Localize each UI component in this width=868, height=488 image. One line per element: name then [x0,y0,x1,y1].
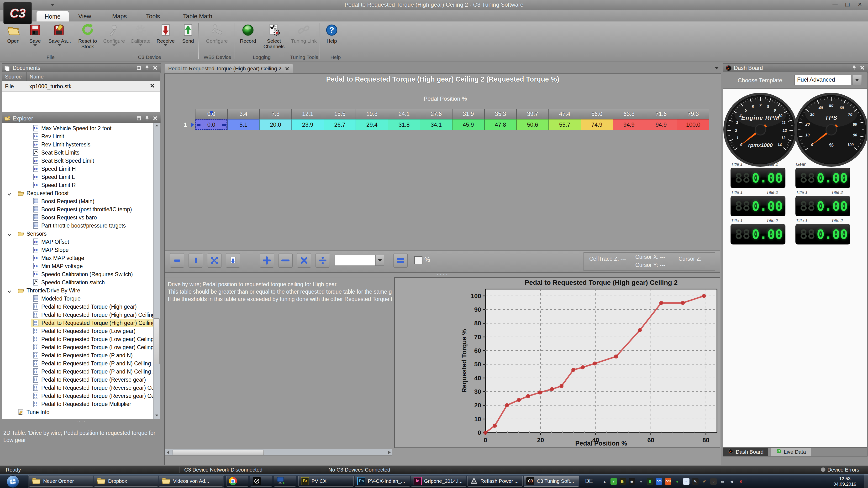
tray-notes-icon[interactable]: ≡ [683,478,689,485]
tray-plant-icon[interactable]: ♣ [674,478,680,485]
fill-down-button[interactable] [226,253,240,268]
document-splitter[interactable]: ···· [165,272,721,277]
tree-item[interactable]: Pedal to Requested Torque Multiplier [2,400,153,408]
window-close-button[interactable]: ✕ [854,1,866,8]
table-cell[interactable]: 100.0 [677,119,709,130]
menu-tab-tools[interactable]: Tools [138,11,168,22]
status-device-errors[interactable]: Device Errors -- [821,467,864,473]
tree-item[interactable]: 1:0Max Vehicle Speed for 2 foot [2,124,153,132]
window-minimize-button[interactable]: — [829,1,841,8]
tree-item[interactable]: Throttle/Drive By Wire [2,287,153,295]
tray-snip-icon[interactable]: ◌ [710,478,717,485]
tree-item[interactable]: Pedal to Requested Torque (P and N) Ceil… [2,367,153,376]
tray-brush-icon[interactable]: ✐ [701,478,708,485]
column-header[interactable]: 79.3 [677,109,709,119]
dashboard-panel-header[interactable]: Dash Board [723,63,868,72]
tab-list-chevron-icon[interactable] [715,67,719,69]
tray-update-ok-icon[interactable]: ✔ [611,478,617,485]
save-button[interactable]: Save [25,23,45,54]
dashboard-tab-live-data[interactable]: Live Data [771,448,811,456]
taskbar-window-affinity[interactable] [250,476,272,487]
open-button[interactable]: Open [2,23,24,54]
record-button[interactable]: Record [237,23,259,54]
menu-tab-table-math[interactable]: Table Math [175,11,220,22]
table-cell[interactable]: 47.8 [485,119,517,130]
tree-expander-icon[interactable] [7,232,11,238]
table-cell[interactable]: 26.7 [324,119,356,130]
table-cell[interactable]: 55.7 [549,119,581,130]
column-header[interactable]: 31.9 [452,109,485,119]
show-desktop-button[interactable] [864,475,868,488]
taskbar-window-reflash-power-[interactable]: Reflash Power ... [467,476,523,487]
subtract-button[interactable] [278,253,292,268]
tree-item[interactable]: Sensors [2,230,153,238]
table-cell[interactable]: 23.9 [292,119,324,130]
column-header[interactable]: 7.8 [259,109,292,119]
documents-row[interactable]: Filexp1000_turbo.stk [2,82,160,92]
column-header[interactable]: 71.6 [645,109,677,119]
tree-item[interactable]: Tune Info [2,408,153,416]
explorer-restore-icon[interactable] [135,116,143,121]
template-select-arrow[interactable] [852,75,862,85]
column-header[interactable]: 27.6 [420,109,452,119]
taskbar-window-neuer-ordner[interactable]: Neuer Ordner [29,476,93,487]
tree-item[interactable]: 1:0Min MAP voltage [2,262,153,270]
scroll-left-icon[interactable] [167,451,169,454]
tree-item[interactable]: Requested Boost [2,189,153,197]
documents-restore-icon[interactable] [135,65,143,70]
tray-ccu-icon[interactable]: CCU [665,478,671,485]
menu-tab-home[interactable]: Home [36,11,69,22]
table-cell[interactable]: 34.1 [420,119,452,130]
taskbar-clock[interactable]: 12:5304.09.2016 [828,476,862,487]
documents-close-icon[interactable] [152,65,159,70]
table-cell[interactable]: 29.4 [356,119,388,130]
taskbar-window-devices[interactable] [274,476,296,487]
tree-item[interactable]: Pedal to Requested Torque (High gear) Ce… [2,311,153,319]
explorer-pin-icon[interactable] [144,116,151,121]
tree-item[interactable]: 1:0MAP Offset [2,238,153,246]
tray-sync-icon[interactable]: ⇵ [647,478,653,485]
tree-item[interactable]: 1:0MAP Slope [2,246,153,254]
document-close-icon[interactable] [150,83,160,90]
window-maximize-button[interactable]: ▢ [841,1,854,8]
tree-item[interactable]: Part throttle boost/pressure targets [2,222,153,230]
table-cell[interactable]: 94.9 [645,119,677,130]
value-input[interactable] [335,255,376,266]
dashboard-close-icon[interactable] [859,65,866,70]
receive-button[interactable]: Receive [154,23,178,54]
tree-item[interactable]: Pedal to Requested Torque (Low gear) Cei… [2,343,153,351]
dashboard-tab-dash-board[interactable]: Dash Board [723,448,768,456]
reset-to-stock-button[interactable]: Reset to Stock [74,23,101,54]
vscroll-thumb[interactable] [154,318,160,364]
column-header[interactable]: 24.1 [388,109,420,119]
column-header[interactable]: 63.8 [613,109,645,119]
document-tab-close-icon[interactable] [285,66,289,71]
table-cell[interactable]: 5.1 [227,119,260,130]
column-header[interactable]: 39.7 [517,109,549,119]
column-header[interactable]: 3.4 [227,109,260,119]
table-cell[interactable]: 0.0 [195,119,227,130]
table-cell[interactable]: 50.6 [517,119,549,130]
explorer-close-icon[interactable] [152,116,159,121]
tree-item[interactable]: 1:0Max MAP voltage [2,254,153,262]
tree-item[interactable]: 1:0Speedo Calibration (Requires Switch) [2,270,153,278]
scroll-down-icon[interactable] [155,413,159,419]
documents-panel-header[interactable]: Documents [2,63,161,72]
taskbar-window-pv-cx[interactable]: BrPV CX [298,476,354,487]
set-equal-button[interactable] [393,253,408,268]
menu-tab-maps[interactable]: Maps [104,11,135,22]
save-as--button[interactable]: Save As... [46,23,73,54]
tray-camera-icon[interactable]: ◉ [629,478,635,485]
explorer-panel-header[interactable]: Explorer [2,114,161,123]
tree-item[interactable]: Pedal to Requested Torque (Reverse gear)… [2,384,153,392]
taskbar-window-c3-tuning-soft-[interactable]: C3C3 Tuning Soft... [524,476,579,487]
tree-expander-icon[interactable] [7,191,11,197]
quick-access-chevron-icon[interactable] [51,4,54,6]
app-logo-c3[interactable]: C3 [3,2,32,24]
table-cell[interactable]: 45.9 [452,119,485,130]
tree-item[interactable]: 1:0Speed Limit R [2,181,153,189]
value-input-arrow[interactable] [376,255,384,266]
explorer-vscrollbar[interactable] [153,123,160,419]
tray-volume-icon[interactable]: ◀ [728,478,735,485]
taskbar-window-pv-cx-indian-[interactable]: PsPV-CX-Indian_... [354,476,410,487]
